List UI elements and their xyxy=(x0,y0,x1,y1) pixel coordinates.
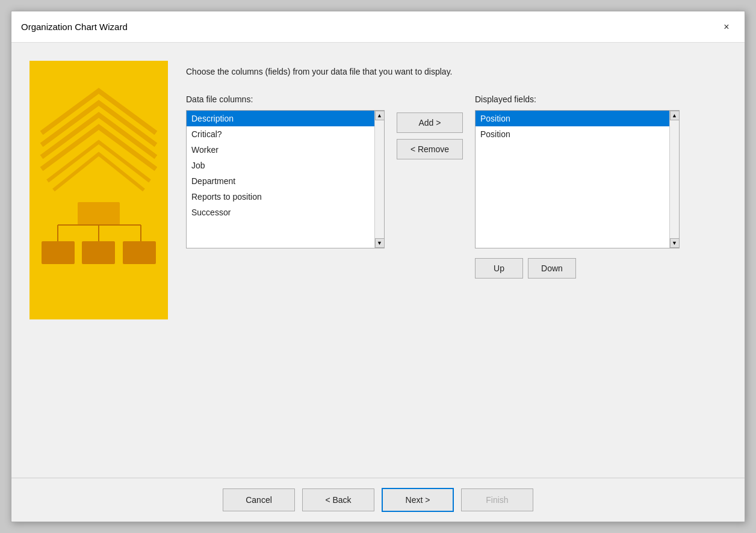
scroll-down-arrow[interactable]: ▼ xyxy=(670,238,680,248)
svg-rect-4 xyxy=(123,241,156,264)
scrollbar[interactable]: ▲ ▼ xyxy=(669,111,679,248)
data-columns-list[interactable]: Description Critical? Worker Job Departm… xyxy=(186,110,385,248)
footer: Cancel < Back Next > Finish xyxy=(11,478,745,522)
right-content: Choose the columns (fields) from your da… xyxy=(186,61,727,466)
scroll-up-arrow[interactable]: ▲ xyxy=(670,111,680,120)
up-down-buttons: Up Down xyxy=(475,258,680,279)
cancel-button[interactable]: Cancel xyxy=(223,488,295,511)
down-button[interactable]: Down xyxy=(528,258,576,279)
data-columns-label: Data file columns: xyxy=(186,94,385,104)
remove-button[interactable]: < Remove xyxy=(397,139,463,159)
scrollbar[interactable]: ▲ ▼ xyxy=(374,111,384,248)
displayed-fields-label: Displayed fields: xyxy=(475,94,680,104)
list-item[interactable]: Department xyxy=(187,173,384,189)
back-button[interactable]: < Back xyxy=(302,488,374,511)
svg-rect-1 xyxy=(78,202,120,225)
finish-button[interactable]: Finish xyxy=(461,488,533,511)
dialog-body: Choose the columns (fields) from your da… xyxy=(11,43,745,478)
scroll-up-arrow[interactable]: ▲ xyxy=(375,111,385,120)
list-item[interactable]: Worker xyxy=(187,142,384,158)
list-item[interactable]: Critical? xyxy=(187,126,384,142)
displayed-fields-section: Displayed fields: Position Position ▲ ▼ … xyxy=(475,94,680,279)
displayed-fields-list[interactable]: Position Position ▲ ▼ xyxy=(475,110,680,248)
decorative-image xyxy=(29,61,168,319)
close-button[interactable]: × xyxy=(718,19,735,35)
title-bar: Organization Chart Wizard × xyxy=(11,11,745,43)
svg-rect-3 xyxy=(82,241,115,264)
svg-rect-2 xyxy=(42,241,75,264)
list-item[interactable]: Description xyxy=(187,111,384,126)
instruction-text: Choose the columns (fields) from your da… xyxy=(186,67,727,76)
list-item[interactable]: Position xyxy=(476,111,679,126)
list-item[interactable]: Position xyxy=(476,126,679,142)
scroll-down-arrow[interactable]: ▼ xyxy=(375,238,385,248)
next-button[interactable]: Next > xyxy=(382,488,454,512)
list-item[interactable]: Successor xyxy=(187,205,384,220)
columns-area: Data file columns: Description Critical?… xyxy=(186,94,727,279)
list-item[interactable]: Reports to position xyxy=(187,189,384,205)
add-button[interactable]: Add > xyxy=(397,112,463,133)
svg-rect-0 xyxy=(29,61,168,319)
dialog-window: Organization Chart Wizard × xyxy=(11,11,745,522)
list-item[interactable]: Job xyxy=(187,158,384,173)
add-remove-buttons: Add > < Remove xyxy=(385,112,475,159)
data-columns-section: Data file columns: Description Critical?… xyxy=(186,94,385,248)
dialog-title: Organization Chart Wizard xyxy=(21,22,128,32)
up-button[interactable]: Up xyxy=(475,258,523,279)
